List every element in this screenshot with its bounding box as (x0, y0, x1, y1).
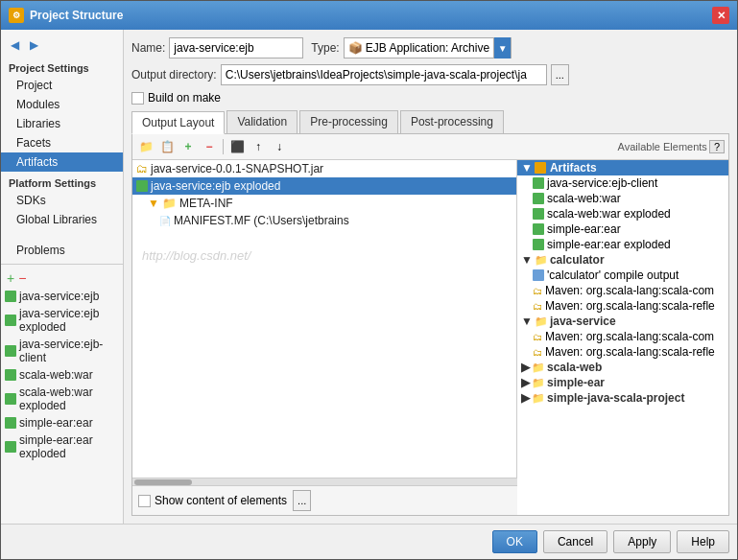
artifact-icon (5, 345, 16, 357)
main-content: ◀ ▶ Project Settings Project Modules Lib… (1, 30, 737, 524)
folder-icon2: 📁 (162, 197, 177, 210)
sidebar-item-sdks[interactable]: SDKs (1, 191, 123, 210)
module-icon-button[interactable]: ⬛ (227, 137, 247, 156)
output-dir-label: Output directory: (131, 68, 217, 82)
ok-button[interactable]: OK (492, 530, 537, 553)
show-content-row: Show content of elements ... (132, 485, 517, 515)
help-button[interactable]: ? (709, 140, 725, 153)
toolbar-separator (223, 139, 224, 154)
list-item[interactable]: simple-ear:ear exploded (1, 432, 123, 462)
dialog-title: Project Structure (30, 9, 123, 22)
remove-artifact-button[interactable]: − (18, 270, 26, 286)
tab-pre-processing[interactable]: Pre-processing (299, 110, 398, 133)
show-content-label: Show content of elements (155, 494, 287, 507)
simple-ear-section-header[interactable]: ▶ 📁 simple-ear (517, 375, 728, 390)
type-label: Type: (311, 41, 339, 55)
list-item[interactable]: 📄 MANIFEST.MF (C:\Users\jetbrains (132, 212, 516, 229)
project-structure-dialog: ⚙ Project Structure ✕ ◀ ▶ Project Settin… (0, 0, 738, 560)
show-content-browse-button[interactable]: ... (293, 490, 311, 511)
add-artifact-button[interactable]: + (7, 270, 14, 286)
scrollbar-thumb[interactable] (134, 479, 192, 485)
available-elements-label: Available Elements (618, 141, 707, 152)
avail-item[interactable]: 🗂 Maven: org.scala-lang:scala-refle (517, 344, 728, 360)
list-item[interactable]: java-service:ejb-client (1, 336, 123, 366)
avail-item[interactable]: java-service:ejb-client (517, 175, 728, 191)
sidebar-item-problems[interactable]: Problems (1, 241, 123, 260)
java-service-section-header[interactable]: ▼ 📁 java-service (517, 314, 728, 329)
down-button[interactable]: ↓ (270, 137, 289, 156)
tab-output-layout[interactable]: Output Layout (131, 111, 225, 134)
artifacts-section-header: ▼ Artifacts (517, 160, 728, 175)
back-button[interactable]: ◀ (7, 37, 22, 53)
ejb-icon (533, 193, 544, 204)
list-item[interactable]: scala-web:war exploded (1, 384, 123, 414)
add-element-button[interactable]: 📁 (136, 137, 155, 156)
type-dropdown[interactable]: 📦 EJB Application: Archive ▼ (344, 37, 512, 58)
list-item[interactable]: simple-ear:ear (1, 414, 123, 432)
list-item[interactable]: java-service:ejb exploded (1, 305, 123, 336)
avail-item[interactable]: simple-ear:ear (517, 222, 728, 237)
show-content-checkbox[interactable] (138, 495, 151, 507)
type-group: Type: 📦 EJB Application: Archive ▼ (311, 37, 512, 58)
list-item[interactable]: java-service:ejb exploded (132, 177, 516, 195)
sidebar-item-project[interactable]: Project (1, 76, 123, 95)
artifact-icon (5, 441, 16, 453)
browse-button[interactable]: ... (551, 64, 569, 85)
avail-item[interactable]: 🗂 Maven: org.scala-lang:scala-com (517, 283, 728, 298)
folder-simplejava-icon: 📁 (532, 392, 545, 405)
output-dir-input[interactable] (221, 64, 547, 85)
folder-icon: ▼ (148, 197, 159, 210)
up-button[interactable]: ↑ (249, 137, 268, 156)
cancel-button[interactable]: Cancel (543, 530, 607, 553)
list-item[interactable]: 🗂 java-service-0.0.1-SNAPSHOT.jar (132, 160, 516, 177)
tabs-row: Output Layout Validation Pre-processing … (131, 110, 729, 134)
avail-item[interactable]: 🗂 Maven: org.scala-lang:scala-refle (517, 298, 728, 314)
close-button[interactable]: ✕ (712, 7, 729, 24)
module-icon (533, 269, 544, 281)
type-dropdown-arrow[interactable]: ▼ (493, 37, 511, 58)
build-on-make-label: Build on make (148, 91, 221, 105)
sidebar-item-facets[interactable]: Facets (1, 133, 123, 152)
artifacts-left: 🗂 java-service-0.0.1-SNAPSHOT.jar java-s… (132, 160, 517, 478)
list-item[interactable]: java-service:ejb (1, 288, 123, 305)
tab-post-processing[interactable]: Post-processing (400, 110, 504, 133)
expand-calculator-icon: ▼ (521, 253, 533, 267)
sidebar-item-libraries[interactable]: Libraries (1, 114, 123, 133)
list-item[interactable]: ▼ 📁 META-INF (132, 195, 516, 212)
apply-button[interactable]: Apply (613, 530, 671, 553)
jar-icon: 🗂 (533, 301, 542, 312)
expand-scalaweb-icon: ▶ (521, 361, 530, 374)
artifact-icon (5, 417, 16, 429)
sidebar-item-modules[interactable]: Modules (1, 95, 123, 114)
tab-validation[interactable]: Validation (226, 110, 298, 133)
name-group: Name: (131, 37, 303, 58)
ejb-icon (136, 180, 148, 192)
build-on-make-checkbox[interactable] (131, 92, 144, 105)
simple-java-section-header[interactable]: ▶ 📁 simple-java-scala-project (517, 390, 728, 406)
calculator-section-header[interactable]: ▼ 📁 calculator (517, 252, 728, 268)
sidebar-item-artifacts[interactable]: Artifacts (1, 152, 123, 172)
forward-button[interactable]: ▶ (26, 37, 41, 53)
watermark: http://blog.csdn.net/ (142, 248, 250, 263)
manifest-icon: 📄 (159, 216, 171, 226)
avail-item[interactable]: 🗂 Maven: org.scala-lang:scala-com (517, 329, 728, 344)
artifact-icon (5, 315, 16, 326)
name-input[interactable] (169, 37, 303, 58)
jar-icon: 🗂 (136, 162, 148, 175)
artifacts-right: ▼ Artifacts java-service:ejb-client scal… (517, 160, 728, 515)
remove-button[interactable]: − (200, 137, 219, 156)
list-item[interactable]: scala-web:war (1, 366, 123, 384)
jar-icon: 🗂 (533, 286, 542, 296)
add-element-button-2[interactable]: 📋 (157, 137, 177, 156)
scala-web-section-header[interactable]: ▶ 📁 scala-web (517, 360, 728, 375)
title-bar-left: ⚙ Project Structure (9, 8, 123, 23)
avail-item[interactable]: simple-ear:ear exploded (517, 237, 728, 252)
horizontal-scrollbar[interactable] (132, 478, 517, 485)
help-button-footer[interactable]: Help (677, 530, 729, 553)
avail-item[interactable]: scala-web:war (517, 191, 728, 206)
add-button[interactable]: + (179, 137, 198, 156)
avail-item[interactable]: scala-web:war exploded (517, 206, 728, 222)
avail-item[interactable]: 'calculator' compile output (517, 268, 728, 283)
expand-simplejava-icon: ▶ (521, 391, 530, 405)
sidebar-item-global-libraries[interactable]: Global Libraries (1, 210, 123, 229)
